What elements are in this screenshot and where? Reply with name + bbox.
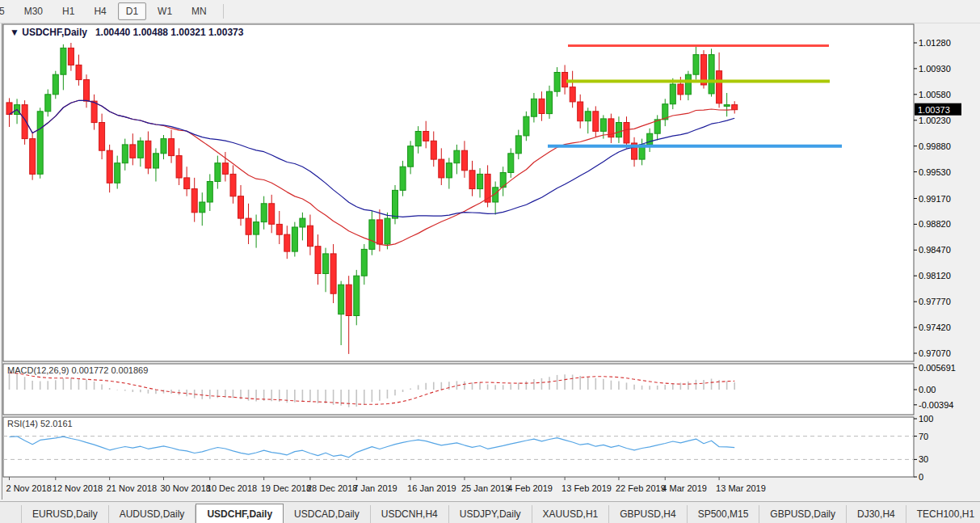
chart-tab-eurusd[interactable]: EURUSD,Daily xyxy=(21,505,109,523)
price-tick-label: 0.97770 xyxy=(919,297,951,306)
bull-candle xyxy=(393,190,398,218)
bull-candle xyxy=(600,119,606,132)
bull-candle xyxy=(122,145,128,163)
bear-candle xyxy=(678,84,683,95)
price-tick-label: 1.00930 xyxy=(919,64,951,74)
chart-tab-dj30[interactable]: DJ30,H4 xyxy=(847,505,906,523)
main-price-panel[interactable] xyxy=(3,24,914,361)
date-tick-label[interactable]: 7 Jan 2019 xyxy=(353,483,397,493)
bear-candle xyxy=(176,156,182,178)
bear-candle xyxy=(99,123,105,151)
timeframe-button-h1[interactable]: H1 xyxy=(54,2,82,20)
bear-candle xyxy=(222,163,228,175)
timeframe-button-w1[interactable]: W1 xyxy=(149,2,180,20)
bull-candle xyxy=(477,174,483,188)
date-tick-label[interactable]: 4 Mar 2019 xyxy=(662,483,707,493)
rsi-panel[interactable] xyxy=(3,417,914,477)
date-tick-label[interactable]: 13 Mar 2019 xyxy=(716,483,766,493)
timeframe-button-5[interactable]: 5 xyxy=(0,2,13,20)
date-tick-label[interactable]: 22 Feb 2019 xyxy=(616,483,666,493)
macd-label: MACD(12,26,9) 0.001772 0.001869 xyxy=(7,365,148,375)
bull-candle xyxy=(415,132,421,146)
bull-candle xyxy=(354,276,360,315)
macd-tick-label: -0.00394 xyxy=(919,400,953,410)
bear-candle xyxy=(330,254,336,293)
bull-candle xyxy=(37,112,43,175)
bull-candle xyxy=(53,74,58,95)
bull-candle xyxy=(61,48,66,74)
toolbar-separator xyxy=(223,4,224,19)
bear-candle xyxy=(315,247,321,274)
bear-candle xyxy=(191,189,197,213)
bear-candle xyxy=(308,226,313,247)
bear-candle xyxy=(230,174,236,196)
bear-candle xyxy=(68,48,74,65)
timeframe-button-h4[interactable]: H4 xyxy=(86,2,114,20)
bull-candle xyxy=(685,74,691,95)
bull-candle xyxy=(323,254,329,274)
chart-tab-usdcad[interactable]: USDCAD,Daily xyxy=(284,505,371,523)
bull-candle xyxy=(508,154,514,173)
bull-candle xyxy=(45,95,51,112)
price-tick-label: 1.00230 xyxy=(919,116,951,125)
price-tick-label: 0.98470 xyxy=(919,245,951,255)
timeframe-button-mn[interactable]: MN xyxy=(183,2,215,20)
rsi-label: RSI(14) 52.0161 xyxy=(7,419,73,428)
chart-canvas[interactable]: ▼ USDCHF,Daily1.00440 1.00488 1.00321 1.… xyxy=(0,23,980,501)
date-tick-label[interactable]: 2 Nov 2018 xyxy=(6,483,52,493)
price-tick-label: 0.97070 xyxy=(919,348,951,358)
bull-candle xyxy=(385,218,390,244)
date-tick-label[interactable]: 16 Jan 2019 xyxy=(407,483,456,493)
bull-candle xyxy=(724,105,730,107)
timeframe-button-d1[interactable]: D1 xyxy=(118,2,146,20)
price-tick-label: 0.99530 xyxy=(919,167,951,177)
bear-candle xyxy=(732,105,738,110)
bull-candle xyxy=(524,116,529,136)
bear-candle xyxy=(593,112,599,132)
date-tick-label[interactable]: 4 Feb 2019 xyxy=(507,483,553,493)
bear-candle xyxy=(346,285,351,315)
macd-tick-label: 0.005691 xyxy=(919,363,956,373)
chart-tab-audusd[interactable]: AUDUSD,Daily xyxy=(109,505,196,523)
chart-tab-gbpusd[interactable]: GBPUSD,Daily xyxy=(759,505,847,523)
bull-candle xyxy=(361,249,367,276)
bull-candle xyxy=(554,73,560,92)
bull-candle xyxy=(647,133,653,145)
timeframe-button-m30[interactable]: M30 xyxy=(16,2,51,20)
chart-tab-sp500[interactable]: SP500,M15 xyxy=(688,505,760,523)
rsi-tick-label: 30 xyxy=(919,454,928,464)
bear-candle xyxy=(276,224,282,234)
date-tick-label[interactable]: 10 Dec 2018 xyxy=(207,483,257,493)
chart-tab-xauusd[interactable]: XAUUSD,H1 xyxy=(532,505,610,523)
date-tick-label[interactable]: 19 Dec 2018 xyxy=(261,483,311,493)
bull-candle xyxy=(261,204,267,222)
chart-tab-gbpusd[interactable]: GBPUSD,H4 xyxy=(609,505,687,523)
bear-candle xyxy=(469,171,475,189)
chart-tab-usdchf[interactable]: USDCHF,Daily xyxy=(196,504,284,523)
chart-tab-tech100[interactable]: TECH100,H1 xyxy=(906,505,980,523)
date-tick-label[interactable]: 13 Feb 2019 xyxy=(562,483,612,493)
date-tick-label[interactable]: 25 Jan 2019 xyxy=(461,483,511,493)
bull-candle xyxy=(369,220,375,250)
bull-candle xyxy=(446,163,452,178)
chart-tab-usdjpy[interactable]: USDJPY,Daily xyxy=(449,505,532,523)
chart-title-symbol: ▼ USDCHF,Daily xyxy=(10,27,87,38)
bull-candle xyxy=(693,55,699,75)
bear-candle xyxy=(238,196,244,218)
bear-candle xyxy=(169,139,175,156)
bull-candle xyxy=(670,84,675,104)
bull-candle xyxy=(400,167,406,190)
chart-title-ohlc: 1.00440 1.00488 1.00321 1.00373 xyxy=(95,27,244,38)
date-tick-label[interactable]: 30 Nov 2018 xyxy=(161,483,211,493)
date-tick-label[interactable]: 28 Dec 2018 xyxy=(307,483,357,493)
bear-candle xyxy=(30,139,36,175)
chart-tab-usdcnh[interactable]: USDCNH,H4 xyxy=(371,505,449,523)
bear-candle xyxy=(246,218,251,234)
date-tick-label[interactable]: 21 Nov 2018 xyxy=(107,483,157,493)
macd-tick-label: 0.00 xyxy=(919,385,936,394)
bear-candle xyxy=(539,99,545,113)
current-price-label: 1.00373 xyxy=(918,105,950,115)
date-tick-label[interactable]: 12 Nov 2018 xyxy=(53,483,103,493)
bull-candle xyxy=(115,163,120,183)
bull-candle xyxy=(292,227,297,251)
